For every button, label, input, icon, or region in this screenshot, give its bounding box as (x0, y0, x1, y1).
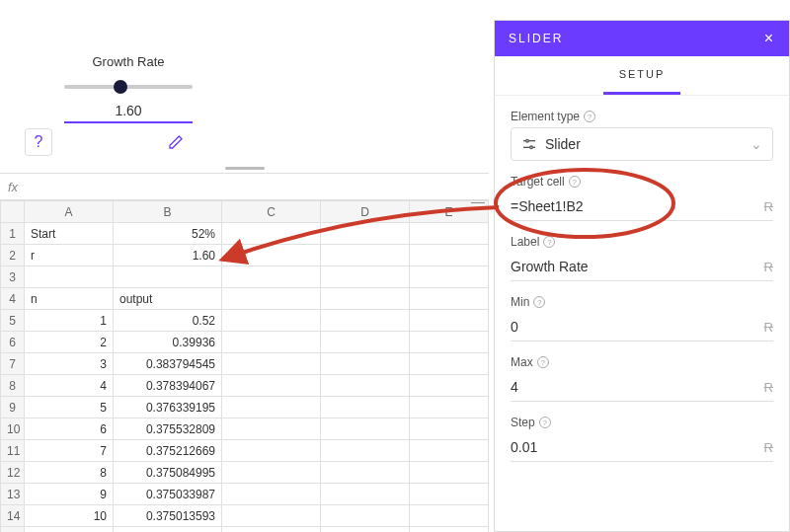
cell[interactable]: r (25, 245, 114, 266)
row-header[interactable]: 4 (1, 288, 25, 310)
col-header-D[interactable]: D (321, 201, 410, 223)
help-icon[interactable]: ? (533, 296, 545, 308)
max-input[interactable]: 4 (511, 379, 764, 395)
row-header[interactable]: 11 (1, 440, 25, 462)
cell[interactable] (222, 462, 321, 484)
cell[interactable] (321, 375, 410, 397)
cell[interactable] (321, 332, 410, 353)
cell[interactable] (321, 353, 410, 375)
cell[interactable] (410, 288, 489, 310)
cell[interactable] (321, 505, 410, 527)
help-icon[interactable]: ? (539, 417, 551, 428)
row-header[interactable]: 2 (1, 245, 25, 266)
cell[interactable] (222, 418, 321, 440)
cell[interactable]: n (25, 288, 114, 310)
cell[interactable]: 0.383794545 (114, 353, 222, 375)
cell[interactable]: 9 (25, 484, 114, 505)
table-row[interactable]: 15110.375005437 (1, 527, 489, 533)
close-icon[interactable]: × (764, 30, 775, 47)
cell[interactable]: output (114, 288, 222, 310)
corner-cell[interactable] (1, 201, 25, 223)
cell[interactable] (410, 353, 489, 375)
cell[interactable] (114, 266, 222, 288)
cell[interactable] (321, 310, 410, 332)
row-header[interactable]: 3 (1, 266, 25, 288)
cell[interactable] (321, 223, 410, 245)
table-row[interactable]: 510.52 (1, 310, 489, 332)
cell[interactable] (410, 245, 489, 266)
element-type-select[interactable]: Slider ⌄ (511, 127, 773, 161)
cell[interactable] (321, 462, 410, 484)
cell[interactable] (410, 440, 489, 462)
cell[interactable]: Start (25, 223, 114, 245)
unlink-icon[interactable]: R (764, 199, 773, 214)
label-input[interactable]: Growth Rate (511, 259, 764, 274)
cell[interactable] (410, 527, 489, 533)
cell[interactable] (25, 266, 114, 288)
cell[interactable]: 5 (25, 397, 114, 418)
cell[interactable]: 0.375212669 (114, 440, 222, 462)
cell[interactable]: 0.375013593 (114, 505, 222, 527)
table-row[interactable]: 1170.375212669 (1, 440, 489, 462)
table-row[interactable]: 1280.375084995 (1, 462, 489, 484)
cell[interactable]: 11 (25, 527, 114, 533)
cell[interactable] (222, 332, 321, 353)
table-row[interactable]: 730.383794545 (1, 353, 489, 375)
table-row[interactable]: 840.378394067 (1, 375, 489, 397)
help-button[interactable]: ? (25, 128, 52, 156)
cell[interactable] (222, 440, 321, 462)
step-input[interactable]: 0.01 (511, 439, 764, 455)
cell[interactable]: 0.375005437 (114, 527, 222, 533)
table-row[interactable]: 2r1.60 (1, 245, 489, 266)
unlink-icon[interactable]: R (764, 440, 773, 455)
table-row[interactable]: 4noutput (1, 288, 489, 310)
unlink-icon[interactable]: R (764, 320, 773, 335)
cell[interactable] (321, 397, 410, 418)
col-header-C[interactable]: C (222, 201, 321, 223)
cell[interactable] (222, 353, 321, 375)
cell[interactable] (321, 266, 410, 288)
row-header[interactable]: 15 (1, 527, 25, 533)
row-header[interactable]: 14 (1, 505, 25, 527)
row-header[interactable]: 8 (1, 375, 25, 397)
row-header[interactable]: 6 (1, 332, 25, 353)
edit-button[interactable] (168, 134, 184, 153)
cell[interactable]: 1 (25, 310, 114, 332)
cell[interactable] (222, 375, 321, 397)
cell[interactable] (410, 462, 489, 484)
help-icon[interactable]: ? (569, 176, 581, 188)
table-row[interactable]: 14100.375013593 (1, 505, 489, 527)
sheet-grid[interactable]: A B C D E 1Start52%2r1.6034noutput510.52… (0, 200, 489, 532)
cell[interactable] (410, 266, 489, 288)
table-row[interactable]: 950.376339195 (1, 397, 489, 418)
cell[interactable]: 2 (25, 332, 114, 353)
unlink-icon[interactable]: R (764, 260, 773, 274)
table-row[interactable]: 620.39936 (1, 332, 489, 353)
cell[interactable]: 1.60 (114, 245, 222, 266)
cell[interactable]: 6 (25, 418, 114, 440)
cell[interactable] (321, 527, 410, 533)
cell[interactable] (410, 418, 489, 440)
min-input[interactable]: 0 (511, 319, 764, 335)
cell[interactable]: 0.375033987 (114, 484, 222, 505)
tab-setup[interactable]: SETUP (603, 56, 681, 95)
cell[interactable]: 52% (114, 223, 222, 245)
cell[interactable]: 0.376339195 (114, 397, 222, 418)
cell[interactable] (410, 484, 489, 505)
help-icon[interactable]: ? (537, 356, 549, 368)
cell[interactable]: 7 (25, 440, 114, 462)
slider-thumb[interactable] (114, 80, 127, 94)
cell[interactable] (222, 288, 321, 310)
row-header[interactable]: 5 (1, 310, 25, 332)
cell[interactable]: 8 (25, 462, 114, 484)
table-row[interactable]: 1Start52% (1, 223, 489, 245)
growth-rate-slider[interactable]: Growth Rate 1.60 (64, 54, 193, 123)
col-header-B[interactable]: B (114, 201, 222, 223)
cell[interactable]: 0.39936 (114, 332, 222, 353)
table-row[interactable]: 3 (1, 266, 489, 288)
row-header[interactable]: 13 (1, 484, 25, 505)
cell[interactable] (222, 223, 321, 245)
cell[interactable]: 0.378394067 (114, 375, 222, 397)
row-header[interactable]: 9 (1, 397, 25, 418)
spreadsheet[interactable]: fx A B C D E 1Start52%2r1.6034noutput510… (0, 173, 489, 532)
